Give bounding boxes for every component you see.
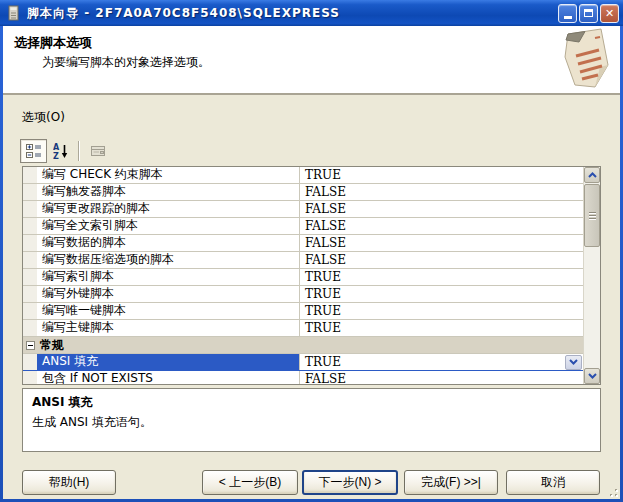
wizard-header: 选择脚本选项 为要编写脚本的对象选择选项。 xyxy=(3,26,620,95)
row-gutter xyxy=(23,354,37,370)
option-name: 编写更改跟踪的脚本 xyxy=(37,201,150,217)
option-value: TRUE xyxy=(305,355,341,370)
category-label: 常规 xyxy=(40,337,64,354)
option-name: 编写触发器脚本 xyxy=(37,184,126,200)
row-gutter xyxy=(23,371,37,384)
scroll-down-button[interactable] xyxy=(584,368,600,384)
collapse-icon[interactable] xyxy=(26,341,35,350)
option-value[interactable]: FALSE xyxy=(300,218,583,234)
help-button[interactable]: 帮助(H) xyxy=(22,470,116,495)
resize-grip[interactable] xyxy=(606,485,619,498)
row-gutter xyxy=(23,218,37,234)
property-pages-button[interactable] xyxy=(84,139,111,163)
table-row-selected[interactable]: ANSI 填充 TRUE xyxy=(23,354,583,371)
script-options-grid: 编写 CHECK 约束脚本 TRUE 编写触发器脚本 FALSE 编写更改跟踪的… xyxy=(22,166,601,385)
window-border-left xyxy=(0,26,3,502)
property-toolbar: A Z xyxy=(20,138,111,164)
category-row-general[interactable]: 常规 xyxy=(23,337,583,354)
categorized-sort-button[interactable] xyxy=(20,139,47,163)
table-row[interactable]: 编写更改跟踪的脚本 FALSE xyxy=(23,201,583,218)
page-subtitle: 为要编写脚本的对象选择选项。 xyxy=(3,54,620,71)
row-gutter xyxy=(23,303,37,319)
table-row[interactable]: 编写唯一键脚本 TRUE xyxy=(23,303,583,320)
description-title: ANSI 填充 xyxy=(32,394,591,411)
categorized-icon xyxy=(26,143,42,159)
alphabetical-sort-button[interactable]: A Z xyxy=(47,139,74,163)
row-gutter xyxy=(23,269,37,285)
finish-button[interactable]: 完成(F) >>| xyxy=(404,470,498,495)
option-name: 编写全文索引脚本 xyxy=(37,218,138,234)
page-title: 选择脚本选项 xyxy=(3,26,620,52)
table-row[interactable]: 编写数据压缩选项的脚本 FALSE xyxy=(23,252,583,269)
alphabetical-sort-icon: A Z xyxy=(53,143,69,159)
maximize-button[interactable] xyxy=(579,4,598,23)
option-name: 包含 If NOT EXISTS xyxy=(37,371,153,384)
grid-scrollbar[interactable] xyxy=(583,167,600,384)
option-value[interactable]: FALSE xyxy=(300,235,583,251)
table-row[interactable]: 编写外键脚本 TRUE xyxy=(23,286,583,303)
back-button[interactable]: < 上一步(B) xyxy=(202,470,298,495)
script-wizard-icon xyxy=(6,5,23,22)
row-gutter xyxy=(23,320,37,336)
option-value[interactable]: TRUE xyxy=(300,286,583,302)
chevron-down-icon xyxy=(588,373,597,379)
property-pages-icon xyxy=(90,143,106,159)
option-value[interactable]: FALSE xyxy=(300,184,583,200)
table-row[interactable]: 编写触发器脚本 FALSE xyxy=(23,184,583,201)
option-value[interactable]: TRUE xyxy=(300,303,583,319)
option-description-panel: ANSI 填充 生成 ANSI 填充语句。 xyxy=(22,388,601,452)
option-value[interactable]: TRUE xyxy=(300,320,583,336)
next-button[interactable]: 下一步(N) > xyxy=(302,470,398,495)
option-name: 编写唯一键脚本 xyxy=(37,303,126,319)
option-name: ANSI 填充 xyxy=(37,354,299,370)
options-label: 选项(O) xyxy=(22,109,65,126)
minimize-button[interactable] xyxy=(558,4,577,23)
minimize-icon xyxy=(564,16,572,19)
option-name: 编写 CHECK 约束脚本 xyxy=(37,167,163,183)
close-icon: ✕ xyxy=(605,8,614,19)
row-gutter xyxy=(23,235,37,251)
maximize-icon xyxy=(584,9,593,17)
window-title: 脚本向导 - 2F7A0A70C8F5408\SQLEXPRESS xyxy=(27,5,558,22)
table-row[interactable]: 编写数据的脚本 FALSE xyxy=(23,235,583,252)
table-row[interactable]: 编写 CHECK 约束脚本 TRUE xyxy=(23,167,583,184)
row-gutter xyxy=(23,184,37,200)
option-value[interactable]: FALSE xyxy=(300,252,583,268)
script-wizard-dialog: 脚本向导 - 2F7A0A70C8F5408\SQLEXPRESS ✕ 选择脚本… xyxy=(0,0,623,502)
scroll-up-button[interactable] xyxy=(584,167,600,183)
grid-rows: 编写 CHECK 约束脚本 TRUE 编写触发器脚本 FALSE 编写更改跟踪的… xyxy=(23,167,583,384)
option-value[interactable]: TRUE xyxy=(300,167,583,183)
row-gutter xyxy=(23,252,37,268)
chevron-up-icon xyxy=(588,172,597,178)
option-value[interactable]: FALSE xyxy=(300,201,583,217)
row-gutter xyxy=(23,286,37,302)
scroll-art-icon xyxy=(540,27,614,91)
table-row[interactable]: 编写全文索引脚本 FALSE xyxy=(23,218,583,235)
option-name: 编写数据的脚本 xyxy=(37,235,126,251)
option-name: 编写外键脚本 xyxy=(37,286,114,302)
option-name: 编写数据压缩选项的脚本 xyxy=(37,252,174,268)
table-row[interactable]: 编写索引脚本 TRUE xyxy=(23,269,583,286)
toolbar-separator xyxy=(78,141,80,161)
scrollbar-thumb[interactable] xyxy=(584,184,600,247)
option-value[interactable]: TRUE xyxy=(300,269,583,285)
cancel-button[interactable]: 取消 xyxy=(506,470,600,495)
option-value[interactable]: FALSE xyxy=(300,371,583,384)
option-name: 编写主键脚本 xyxy=(37,320,114,336)
value-dropdown-button[interactable] xyxy=(565,355,582,370)
row-gutter xyxy=(23,167,37,183)
option-name: 编写索引脚本 xyxy=(37,269,114,285)
chevron-down-icon xyxy=(569,359,578,365)
table-row[interactable]: 编写主键脚本 TRUE xyxy=(23,320,583,337)
description-text: 生成 ANSI 填充语句。 xyxy=(32,414,591,431)
row-gutter xyxy=(23,201,37,217)
titlebar[interactable]: 脚本向导 - 2F7A0A70C8F5408\SQLEXPRESS ✕ xyxy=(0,0,623,26)
svg-text:Z: Z xyxy=(53,152,59,160)
table-row-partial[interactable]: 包含 If NOT EXISTS FALSE xyxy=(23,371,583,384)
close-button[interactable]: ✕ xyxy=(600,4,619,23)
